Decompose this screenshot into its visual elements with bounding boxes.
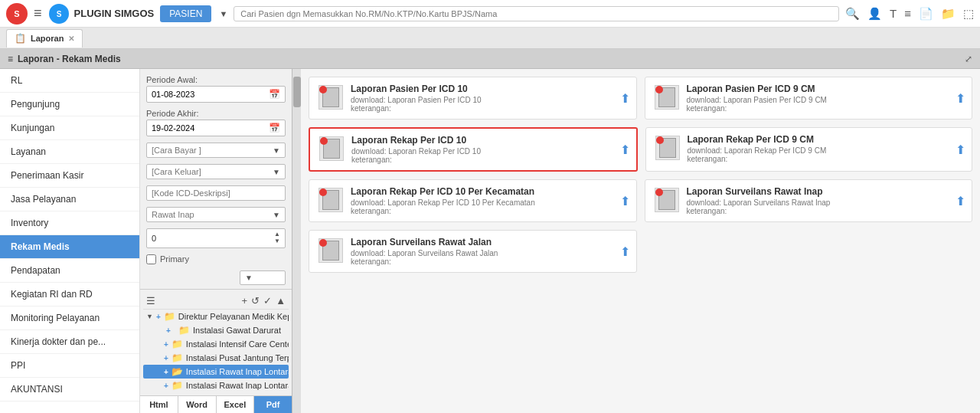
tree-plus-icon[interactable]: + [156, 313, 161, 321]
text-icon[interactable]: T [890, 7, 897, 20]
rawat-inap-select[interactable]: Rawat Inap ▼ [146, 207, 286, 222]
report-card-surveilans-inap[interactable]: Laporan Surveilans Rawat Inap download: … [645, 179, 973, 222]
grid-icon[interactable]: ⬚ [963, 7, 974, 21]
sidebar-item-jasa-pelayanan[interactable]: Jasa Pelayanan [0, 188, 139, 211]
module-dropdown-arrow[interactable]: ▼ [219, 9, 227, 18]
search-icon[interactable]: 🔍 [845, 7, 860, 21]
tree-add-icon[interactable]: + [242, 295, 248, 306]
cara-keluar-select[interactable]: [Cara Keluar] ▼ [146, 164, 286, 179]
bottom-select[interactable]: ▼ [240, 270, 286, 285]
tree-item-direktur[interactable]: ▼ + 📁 Direktur Pelayanan Medik Kepl... [143, 310, 289, 323]
list-icon[interactable]: ≡ [904, 7, 911, 20]
sidebar-item-pengunjung[interactable]: Pengunjung [0, 93, 139, 116]
patient-search-input[interactable] [234, 6, 839, 21]
user-icon[interactable]: 👤 [867, 7, 882, 21]
report-title-surveilans-inap: Laporan Surveilans Rawat Inap [687, 186, 965, 197]
tree-plus-icon[interactable]: + [164, 368, 168, 376]
report-download-icon-pasien-icd9[interactable]: ⬆ [956, 91, 965, 106]
word-export-button[interactable]: Word [178, 396, 217, 413]
brand-name: PLUGIN SIMGOS [74, 8, 155, 19]
document-icon[interactable]: 📄 [919, 7, 933, 21]
tree-item-gawat-darurat[interactable]: ▶ + 📁 Instalasi Gawat Darurat [143, 323, 289, 337]
tab-laporan-label: Laporan [31, 34, 64, 43]
section-expand-icon[interactable]: ⤢ [965, 54, 972, 64]
tree-plus-icon[interactable]: + [164, 340, 168, 349]
tree-plus-icon[interactable]: + [166, 326, 175, 335]
number-down-arrow[interactable]: ▼ [274, 238, 280, 245]
sidebar-item-layanan[interactable]: Layanan [0, 140, 139, 164]
periode-akhir-input[interactable]: 📅 [146, 120, 286, 136]
tree-item-intensif[interactable]: ▶ + 📁 Instalasi Intensif Care Center [143, 337, 289, 351]
report-card-rekap-icd9[interactable]: Laporan Rekap Per ICD 9 CM download: Lap… [645, 127, 973, 172]
sidebar-item-pendapatan[interactable]: Pendapatan [0, 259, 139, 283]
tree-folder-icon: 📁 [164, 311, 175, 322]
sidebar-item-ppi[interactable]: PPI [0, 354, 139, 378]
report-title-surveilans-jalan: Laporan Surveilans Rawat Jalan [351, 237, 629, 247]
tree-toolbar-left: ☰ [146, 295, 155, 306]
tree-item-jantung[interactable]: ▶ + 📁 Instalasi Pusat Jantung Terpadu [143, 351, 289, 365]
periode-akhir-field[interactable] [152, 123, 254, 133]
report-download-icon-rekap-kecamatan[interactable]: ⬆ [620, 194, 630, 208]
periode-awal-input[interactable]: 📅 [146, 86, 286, 103]
tree-item-rawat-lontara2[interactable]: ▶ + 📁 Instalasi Rawat Inap Lontara 2 [143, 379, 289, 392]
tree-item-rawat-lontara1[interactable]: ▶ + 📂 Instalasi Rawat Inap Lontara ... [143, 365, 289, 379]
report-card-rekap-kecamatan[interactable]: Laporan Rekap Per ICD 10 Per Kecamatan d… [309, 179, 637, 222]
report-download-icon-surveilans-jalan[interactable]: ⬆ [620, 244, 630, 259]
sidebar-item-kunjungan[interactable]: Kunjungan [0, 116, 139, 140]
tab-laporan[interactable]: 📋 Laporan ✕ [6, 29, 83, 48]
tab-laporan-icon: 📋 [15, 33, 26, 44]
report-row-3: Laporan Rekap Per ICD 10 Per Kecamatan d… [309, 179, 972, 222]
primary-label: Primary [160, 254, 189, 264]
report-card-pasien-icd9[interactable]: Laporan Pasien Per ICD 9 CM download: La… [645, 77, 973, 120]
excel-export-button[interactable]: Excel [217, 396, 255, 413]
sidebar-item-inventory[interactable]: Inventory [0, 211, 139, 235]
left-panel: Periode Awal: 📅 Periode Akhir: 📅 [140, 69, 292, 413]
report-download-icon-rekap-icd10[interactable]: ⬆ [620, 143, 630, 157]
report-download-surveilans-inap: download: Laporan Surveilans Rawat Inap [687, 198, 965, 207]
number-steppers[interactable]: ▲ ▼ [274, 231, 280, 245]
report-download-icon-pasien-icd10[interactable]: ⬆ [620, 91, 630, 106]
report-download-rekap-icd9: download: Laporan Rekap Per ICD 9 CM [688, 146, 965, 155]
tree-list-icon[interactable]: ☰ [146, 295, 155, 306]
tree-toolbar: ☰ + ↺ ✓ ▲ [143, 293, 289, 310]
number-input[interactable]: 0 ▲ ▼ [146, 228, 286, 248]
tree-collapse-icon[interactable]: ▼ [146, 313, 153, 320]
sidebar-item-rekam-medis[interactable]: Rekam Medis [0, 235, 139, 259]
tab-close-button[interactable]: ✕ [68, 34, 74, 43]
module-selector[interactable]: PASIEN [160, 5, 211, 22]
periode-awal-calendar-icon[interactable]: 📅 [269, 89, 280, 100]
sidebar-item-penerimaan-kasir[interactable]: Penerimaan Kasir [0, 164, 139, 188]
primary-checkbox[interactable] [146, 254, 156, 264]
folder-icon[interactable]: 📁 [941, 7, 956, 21]
report-icon-surveilans-jalan [317, 237, 345, 264]
tree-check-icon[interactable]: ✓ [263, 295, 272, 306]
periode-awal-field[interactable] [152, 90, 254, 99]
html-export-button[interactable]: Html [140, 396, 178, 413]
section-title: ≡ Laporan - Rekam Medis [8, 54, 121, 64]
report-icon-rekap-kecamatan [317, 186, 345, 214]
tree-plus-icon[interactable]: + [164, 382, 168, 390]
tree-refresh-icon[interactable]: ↺ [251, 295, 260, 306]
sidebar-item-kinerja-dokter[interactable]: Kinerja dokter dan pe... [0, 330, 139, 354]
report-card-pasien-icd10[interactable]: Laporan Pasien Per ICD 10 download: Lapo… [309, 77, 637, 120]
periode-akhir-calendar-icon[interactable]: 📅 [269, 123, 280, 133]
left-panel-scroll-thumb[interactable] [293, 77, 301, 107]
primary-checkbox-label: Primary [146, 254, 286, 264]
report-card-surveilans-jalan[interactable]: Laporan Surveilans Rawat Jalan download:… [309, 230, 637, 273]
kode-icd-input[interactable] [146, 185, 286, 201]
report-download-icon-rekap-icd9[interactable]: ⬆ [956, 143, 965, 157]
report-card-rekap-icd10[interactable]: Laporan Rekap Per ICD 10 download: Lapor… [309, 127, 638, 172]
cara-keluar-arrow-icon: ▼ [273, 168, 280, 176]
sidebar-item-kegiatan-ri-rd[interactable]: Kegiatan RI dan RD [0, 283, 139, 306]
sidebar-item-rl[interactable]: RL [0, 69, 139, 93]
sidebar-item-akuntansi[interactable]: AKUNTANSI [0, 378, 139, 402]
report-download-icon-surveilans-inap[interactable]: ⬆ [956, 194, 965, 208]
hamburger-menu[interactable]: ≡ [34, 5, 42, 21]
tree-up-icon[interactable]: ▲ [276, 295, 286, 306]
sidebar-item-monitoring[interactable]: Monitoring Pelayanan [0, 306, 139, 330]
report-keterangan-rekap-icd9: keterangan: [688, 155, 965, 163]
cara-bayar-select[interactable]: [Cara Bayar ] ▼ [146, 143, 286, 158]
tree-plus-icon[interactable]: + [164, 354, 168, 362]
left-panel-scrollbar[interactable] [292, 69, 301, 413]
pdf-export-button[interactable]: Pdf [254, 396, 292, 413]
